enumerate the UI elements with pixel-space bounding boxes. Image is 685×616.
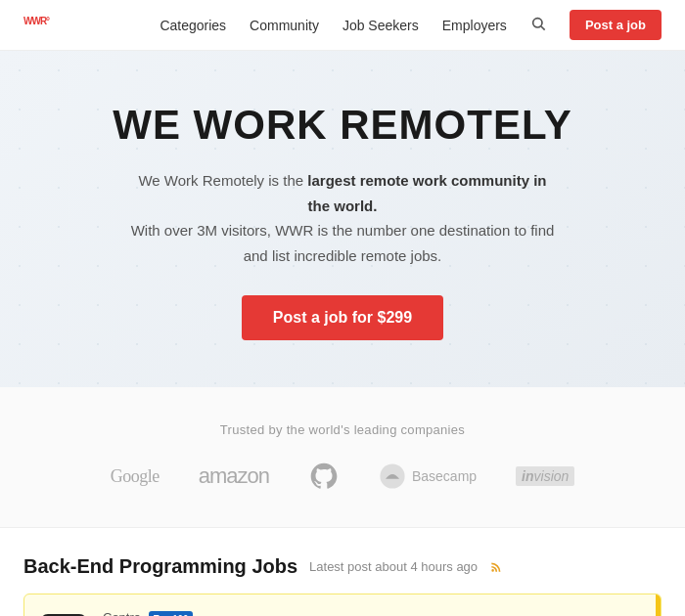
trusted-logos: Google amazon Basecamp invision <box>39 461 646 492</box>
navbar: WWR° Categories Community Job Seekers Em… <box>0 0 685 51</box>
jobs-header: Back-End Programming Jobs Latest post ab… <box>23 555 662 578</box>
search-icon[interactable] <box>530 16 546 35</box>
logo-invision: invision <box>516 466 574 486</box>
logo-basecamp: Basecamp <box>379 462 477 490</box>
nav-categories[interactable]: Categories <box>160 18 226 33</box>
rss-icon[interactable] <box>489 560 503 574</box>
svg-line-1 <box>541 26 545 30</box>
job-info: Contra Top 100 Senior Node.js/GraphQL/Po… <box>103 610 582 616</box>
logo-google: Google <box>111 466 160 487</box>
nav-job-seekers[interactable]: Job Seekers <box>342 18 419 33</box>
svg-point-0 <box>533 18 542 26</box>
logo-amazon: amazon <box>199 463 269 489</box>
nav-links: Categories Community Job Seekers Employe… <box>160 10 662 40</box>
hero-subtitle: We Work Remotely is the largest remote w… <box>127 168 558 268</box>
hero-section: WE WORK REMOTELY We Work Remotely is the… <box>0 51 685 387</box>
hero-cta-button[interactable]: Post a job for $299 <box>242 295 443 340</box>
nav-community[interactable]: Community <box>250 18 319 33</box>
post-job-button[interactable]: Post a job <box>570 10 662 40</box>
logo[interactable]: WWR° <box>23 13 49 38</box>
trusted-label: Trusted by the world's leading companies <box>39 422 646 437</box>
jobs-section: Back-End Programming Jobs Latest post ab… <box>0 528 685 616</box>
job-company: Contra <box>103 610 141 616</box>
trusted-section: Trusted by the world's leading companies… <box>0 387 685 528</box>
featured-bar <box>656 594 661 616</box>
job-card[interactable]: ✦ Contra Top 100 Senior Node.js/GraphQL/… <box>23 594 662 616</box>
logo-dot: ° <box>46 15 49 25</box>
logo-text: WWR <box>23 15 46 25</box>
logo-github <box>308 461 340 492</box>
nav-employers[interactable]: Employers <box>442 18 507 33</box>
jobs-meta: Latest post about 4 hours ago <box>309 559 478 574</box>
top100-badge: Top 100 <box>149 611 193 617</box>
jobs-section-title: Back-End Programming Jobs <box>23 555 297 578</box>
hero-title: WE WORK REMOTELY <box>39 102 646 149</box>
job-company-row: Contra Top 100 <box>103 610 582 616</box>
